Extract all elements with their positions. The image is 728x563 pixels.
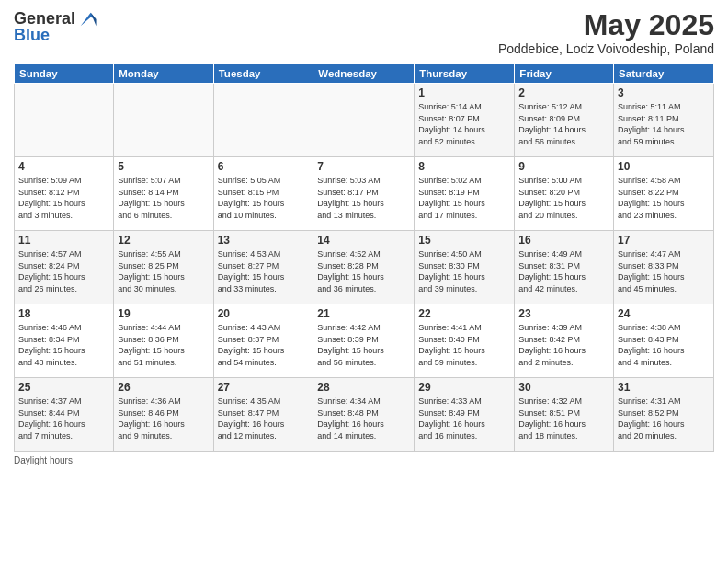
table-row: 31Sunrise: 4:31 AM Sunset: 8:52 PM Dayli… (614, 378, 714, 452)
table-row: 18Sunrise: 4:46 AM Sunset: 8:34 PM Dayli… (15, 304, 114, 378)
day-info: Sunrise: 4:31 AM Sunset: 8:52 PM Dayligh… (618, 396, 710, 442)
day-info: Sunrise: 4:47 AM Sunset: 8:33 PM Dayligh… (618, 248, 710, 294)
day-info: Sunrise: 4:57 AM Sunset: 8:24 PM Dayligh… (18, 248, 109, 294)
day-info: Sunrise: 4:39 AM Sunset: 8:42 PM Dayligh… (518, 322, 609, 368)
header: General Blue May 2025 Poddebice, Lodz Vo… (14, 9, 714, 56)
table-row: 4Sunrise: 5:09 AM Sunset: 8:12 PM Daylig… (15, 157, 114, 231)
day-number: 20 (218, 307, 310, 320)
day-number: 14 (317, 234, 410, 247)
day-number: 26 (118, 381, 209, 394)
day-number: 27 (218, 381, 310, 394)
day-number: 11 (18, 234, 109, 247)
day-info: Sunrise: 5:12 AM Sunset: 8:09 PM Dayligh… (518, 101, 609, 147)
day-number: 5 (118, 160, 209, 173)
day-number: 29 (418, 381, 510, 394)
table-row: 13Sunrise: 4:53 AM Sunset: 8:27 PM Dayli… (213, 231, 313, 304)
table-row (114, 84, 213, 157)
day-info: Sunrise: 5:05 AM Sunset: 8:15 PM Dayligh… (218, 175, 310, 221)
logo-icon (77, 9, 97, 29)
day-number: 1 (418, 86, 510, 99)
page: General Blue May 2025 Poddebice, Lodz Vo… (0, 0, 728, 563)
day-number: 12 (118, 234, 209, 247)
day-number: 19 (118, 307, 209, 320)
table-row: 29Sunrise: 4:33 AM Sunset: 8:49 PM Dayli… (415, 378, 515, 452)
table-row: 23Sunrise: 4:39 AM Sunset: 8:42 PM Dayli… (515, 304, 614, 378)
day-info: Sunrise: 4:32 AM Sunset: 8:51 PM Dayligh… (518, 396, 609, 442)
table-row: 15Sunrise: 4:50 AM Sunset: 8:30 PM Dayli… (415, 231, 515, 304)
day-number: 16 (518, 234, 609, 247)
week-row-3: 18Sunrise: 4:46 AM Sunset: 8:34 PM Dayli… (15, 304, 714, 378)
footer: Daylight hours (14, 455, 714, 465)
day-info: Sunrise: 4:43 AM Sunset: 8:37 PM Dayligh… (218, 322, 310, 368)
table-row: 9Sunrise: 5:00 AM Sunset: 8:20 PM Daylig… (515, 157, 614, 231)
logo: General Blue (14, 9, 97, 45)
table-row: 24Sunrise: 4:38 AM Sunset: 8:43 PM Dayli… (614, 304, 714, 378)
day-number: 24 (618, 307, 710, 320)
day-info: Sunrise: 4:52 AM Sunset: 8:28 PM Dayligh… (317, 248, 410, 294)
header-friday: Friday (515, 64, 614, 84)
table-row (213, 84, 313, 157)
day-number: 28 (317, 381, 410, 394)
table-row: 19Sunrise: 4:44 AM Sunset: 8:36 PM Dayli… (114, 304, 213, 378)
table-row: 8Sunrise: 5:02 AM Sunset: 8:19 PM Daylig… (415, 157, 515, 231)
week-row-4: 25Sunrise: 4:37 AM Sunset: 8:44 PM Dayli… (15, 378, 714, 452)
week-row-1: 4Sunrise: 5:09 AM Sunset: 8:12 PM Daylig… (15, 157, 714, 231)
day-info: Sunrise: 4:33 AM Sunset: 8:49 PM Dayligh… (418, 396, 510, 442)
day-info: Sunrise: 4:42 AM Sunset: 8:39 PM Dayligh… (317, 322, 410, 368)
day-number: 30 (518, 381, 609, 394)
table-row: 11Sunrise: 4:57 AM Sunset: 8:24 PM Dayli… (15, 231, 114, 304)
header-tuesday: Tuesday (213, 64, 313, 84)
table-row: 6Sunrise: 5:05 AM Sunset: 8:15 PM Daylig… (213, 157, 313, 231)
table-row: 28Sunrise: 4:34 AM Sunset: 8:48 PM Dayli… (313, 378, 415, 452)
header-wednesday: Wednesday (313, 64, 415, 84)
day-info: Sunrise: 5:02 AM Sunset: 8:19 PM Dayligh… (418, 175, 510, 221)
table-row: 20Sunrise: 4:43 AM Sunset: 8:37 PM Dayli… (213, 304, 313, 378)
table-row: 5Sunrise: 5:07 AM Sunset: 8:14 PM Daylig… (114, 157, 213, 231)
day-info: Sunrise: 4:58 AM Sunset: 8:22 PM Dayligh… (618, 175, 710, 221)
daylight-label: Daylight hours (14, 455, 73, 465)
location-title: Poddebice, Lodz Voivodeship, Poland (498, 41, 714, 56)
day-number: 22 (418, 307, 510, 320)
table-row: 27Sunrise: 4:35 AM Sunset: 8:47 PM Dayli… (213, 378, 313, 452)
day-number: 4 (18, 160, 109, 173)
day-info: Sunrise: 4:34 AM Sunset: 8:48 PM Dayligh… (317, 396, 410, 442)
table-row: 3Sunrise: 5:11 AM Sunset: 8:11 PM Daylig… (614, 84, 714, 157)
table-row: 25Sunrise: 4:37 AM Sunset: 8:44 PM Dayli… (15, 378, 114, 452)
day-number: 13 (218, 234, 310, 247)
table-row: 10Sunrise: 4:58 AM Sunset: 8:22 PM Dayli… (614, 157, 714, 231)
day-info: Sunrise: 5:09 AM Sunset: 8:12 PM Dayligh… (18, 175, 109, 221)
day-number: 10 (618, 160, 710, 173)
week-row-0: 1Sunrise: 5:14 AM Sunset: 8:07 PM Daylig… (15, 84, 714, 157)
day-number: 31 (618, 381, 710, 394)
day-info: Sunrise: 4:35 AM Sunset: 8:47 PM Dayligh… (218, 396, 310, 442)
table-row: 17Sunrise: 4:47 AM Sunset: 8:33 PM Dayli… (614, 231, 714, 304)
day-info: Sunrise: 4:55 AM Sunset: 8:25 PM Dayligh… (118, 248, 209, 294)
day-number: 18 (18, 307, 109, 320)
day-info: Sunrise: 5:00 AM Sunset: 8:20 PM Dayligh… (518, 175, 609, 221)
table-row: 2Sunrise: 5:12 AM Sunset: 8:09 PM Daylig… (515, 84, 614, 157)
day-info: Sunrise: 5:03 AM Sunset: 8:17 PM Dayligh… (317, 175, 410, 221)
day-info: Sunrise: 4:37 AM Sunset: 8:44 PM Dayligh… (18, 396, 109, 442)
day-number: 3 (618, 86, 710, 99)
day-info: Sunrise: 5:14 AM Sunset: 8:07 PM Dayligh… (418, 101, 510, 147)
day-number: 25 (18, 381, 109, 394)
header-sunday: Sunday (15, 64, 114, 84)
table-row: 21Sunrise: 4:42 AM Sunset: 8:39 PM Dayli… (313, 304, 415, 378)
day-number: 2 (518, 86, 609, 99)
table-row: 1Sunrise: 5:14 AM Sunset: 8:07 PM Daylig… (415, 84, 515, 157)
day-info: Sunrise: 5:07 AM Sunset: 8:14 PM Dayligh… (118, 175, 209, 221)
table-row: 30Sunrise: 4:32 AM Sunset: 8:51 PM Dayli… (515, 378, 614, 452)
day-info: Sunrise: 4:46 AM Sunset: 8:34 PM Dayligh… (18, 322, 109, 368)
table-row: 26Sunrise: 4:36 AM Sunset: 8:46 PM Dayli… (114, 378, 213, 452)
table-row: 7Sunrise: 5:03 AM Sunset: 8:17 PM Daylig… (313, 157, 415, 231)
header-thursday: Thursday (415, 64, 515, 84)
header-saturday: Saturday (614, 64, 714, 84)
day-info: Sunrise: 4:44 AM Sunset: 8:36 PM Dayligh… (118, 322, 209, 368)
day-number: 7 (317, 160, 410, 173)
day-number: 8 (418, 160, 510, 173)
day-info: Sunrise: 4:53 AM Sunset: 8:27 PM Dayligh… (218, 248, 310, 294)
day-number: 9 (518, 160, 609, 173)
day-info: Sunrise: 4:50 AM Sunset: 8:30 PM Dayligh… (418, 248, 510, 294)
day-number: 21 (317, 307, 410, 320)
title-block: May 2025 Poddebice, Lodz Voivodeship, Po… (498, 9, 714, 56)
